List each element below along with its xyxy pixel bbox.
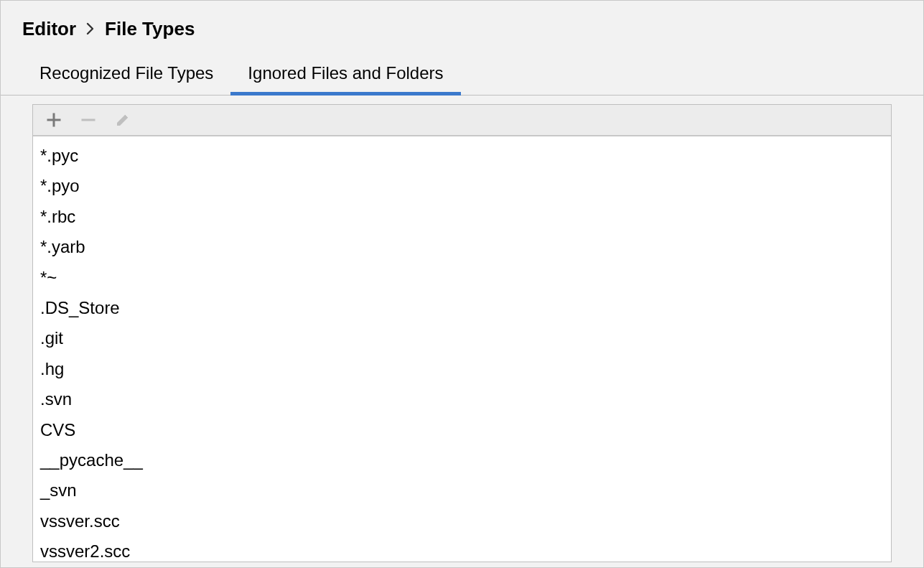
tab-recognized-file-types[interactable]: Recognized File Types (22, 53, 230, 95)
list-item[interactable]: vssver2.scc (33, 536, 891, 562)
tab-ignored-files-and-folders[interactable]: Ignored Files and Folders (230, 53, 460, 95)
chevron-right-icon (86, 21, 95, 39)
list-item[interactable]: *.yarb (33, 232, 891, 262)
list-item[interactable]: .git (33, 323, 891, 353)
list-item[interactable]: __pycache__ (33, 445, 891, 475)
list-item[interactable]: .DS_Store (33, 293, 891, 323)
list-item[interactable]: vssver.scc (33, 506, 891, 536)
pencil-icon (115, 112, 131, 128)
list-item[interactable]: *.rbc (33, 202, 891, 232)
list-item[interactable]: CVS (33, 415, 891, 445)
settings-panel: Editor File Types Recognized File Types … (0, 0, 924, 568)
ignored-patterns-container: *.pyc*.pyo*.rbc*.yarb*~.DS_Store.git.hg.… (32, 104, 892, 562)
breadcrumb-parent[interactable]: Editor (22, 18, 76, 40)
plus-icon (46, 112, 62, 128)
remove-button[interactable] (80, 112, 96, 128)
tabs: Recognized File Types Ignored Files and … (1, 53, 923, 96)
breadcrumb-current: File Types (105, 18, 195, 40)
list-item[interactable]: *.pyc (33, 141, 891, 171)
minus-icon (80, 112, 96, 128)
list-item[interactable]: *.pyo (33, 171, 891, 201)
edit-button[interactable] (115, 112, 131, 128)
list-item[interactable]: .hg (33, 354, 891, 384)
add-button[interactable] (46, 112, 62, 128)
list-toolbar (33, 105, 891, 136)
ignored-patterns-list[interactable]: *.pyc*.pyo*.rbc*.yarb*~.DS_Store.git.hg.… (33, 136, 891, 562)
list-item[interactable]: .svn (33, 384, 891, 414)
list-item[interactable]: *~ (33, 263, 891, 293)
breadcrumb: Editor File Types (1, 1, 923, 53)
list-item[interactable]: _svn (33, 475, 891, 506)
